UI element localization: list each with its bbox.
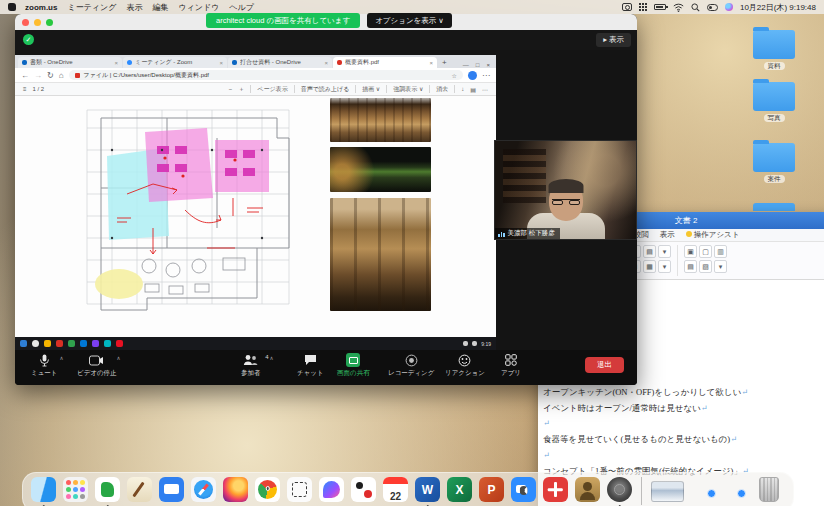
desktop-folder-2[interactable]: 写真 bbox=[753, 82, 795, 122]
chrome-dock-icon[interactable] bbox=[255, 477, 280, 502]
minimized-item-2[interactable] bbox=[737, 489, 746, 498]
messenger-dock-icon[interactable] bbox=[319, 477, 344, 502]
fullscreen-button[interactable] bbox=[46, 19, 53, 26]
save-icon[interactable]: ↓ bbox=[461, 86, 464, 92]
menu-edit[interactable]: 編集 bbox=[152, 2, 168, 13]
speaker-app-dock-icon[interactable] bbox=[607, 477, 632, 502]
notes-pen-dock-icon[interactable] bbox=[127, 477, 152, 502]
taskbar-app-icon[interactable] bbox=[44, 340, 51, 347]
tray-icon[interactable] bbox=[472, 341, 477, 346]
taskbar-app-icon[interactable] bbox=[92, 340, 99, 347]
browser-tab-3[interactable]: 打合せ資料 - OneDrive× bbox=[228, 57, 332, 68]
mute-button[interactable]: ミュート ∧ bbox=[31, 353, 57, 378]
taskbar-app-icon[interactable] bbox=[104, 340, 111, 347]
tab-view[interactable]: 表示 bbox=[660, 230, 675, 240]
stop-video-button[interactable]: ビデオの停止 ∧ bbox=[77, 353, 117, 378]
active-app-name[interactable]: zoom.us bbox=[25, 3, 57, 12]
meeting-security-icon[interactable]: ✓ bbox=[23, 34, 34, 45]
folder-icon[interactable] bbox=[753, 30, 795, 59]
browser-menu-icon[interactable]: ⋯ bbox=[482, 71, 490, 80]
highlight-button[interactable]: 強調表示 ∨ bbox=[393, 85, 423, 94]
minimize-button[interactable] bbox=[34, 19, 41, 26]
search-icon[interactable] bbox=[691, 3, 700, 12]
participant-video-tile[interactable]: 美濃部 松下勝彦 bbox=[494, 140, 637, 240]
record-button[interactable]: レコーディング bbox=[388, 353, 434, 378]
forward-icon[interactable]: → bbox=[34, 71, 42, 80]
capture-dock-icon[interactable] bbox=[287, 477, 312, 502]
leave-meeting-button[interactable]: 退出 bbox=[585, 357, 624, 373]
desktop-folder-4-partial[interactable] bbox=[753, 203, 795, 211]
menu-bar-clock[interactable]: 10月22日(木) 9:19:48 bbox=[740, 2, 816, 13]
screen-sharing-dock-icon[interactable] bbox=[159, 477, 184, 502]
tab-close-icon[interactable]: × bbox=[219, 60, 223, 66]
participants-button[interactable]: 参加者 4 ∧ bbox=[241, 353, 261, 378]
word-dock-icon[interactable]: W bbox=[415, 477, 440, 502]
firefox-dock-icon[interactable] bbox=[223, 477, 248, 502]
tab-close-icon[interactable]: × bbox=[114, 60, 118, 66]
pdf-more-icon[interactable]: ⋯ bbox=[482, 86, 488, 93]
tab-close-icon[interactable]: × bbox=[324, 60, 328, 66]
draw-button[interactable]: 描画 ∨ bbox=[362, 85, 380, 94]
browser-tab-2[interactable]: ミーティング - Zoom× bbox=[123, 57, 227, 68]
tab-tell-me[interactable]: 操作アシスト bbox=[686, 230, 740, 240]
print-icon[interactable]: ▤ bbox=[470, 86, 476, 93]
siri-icon[interactable] bbox=[725, 3, 733, 11]
participants-caret[interactable]: ∧ bbox=[269, 355, 273, 361]
mute-options-caret[interactable]: ∧ bbox=[59, 355, 63, 361]
pdf-page[interactable] bbox=[15, 96, 496, 337]
reload-icon[interactable]: ↻ bbox=[47, 71, 54, 80]
close-button[interactable] bbox=[22, 19, 29, 26]
apple-menu-icon[interactable] bbox=[8, 3, 16, 11]
show-options-button[interactable]: オプションを表示 ∨ bbox=[367, 13, 452, 28]
zoom-out-button[interactable]: − bbox=[229, 86, 233, 92]
page-view-button[interactable]: ページ表示 bbox=[257, 85, 287, 94]
browser-tab-1[interactable]: 書類 - OneDrive× bbox=[18, 57, 122, 68]
taskbar-app-icon[interactable] bbox=[56, 340, 63, 347]
powerpoint-dock-icon[interactable]: P bbox=[479, 477, 504, 502]
desktop-folder-1[interactable]: 資料 bbox=[753, 30, 795, 70]
evernote-dock-icon[interactable] bbox=[95, 477, 120, 502]
chat-button[interactable]: チャット bbox=[297, 353, 324, 378]
taskbar-app-icon[interactable] bbox=[80, 340, 87, 347]
camera-status-icon[interactable] bbox=[622, 3, 632, 11]
taskbar-app-icon[interactable] bbox=[116, 340, 123, 347]
new-tab-button[interactable]: + bbox=[442, 57, 447, 68]
launchpad-dock-icon[interactable] bbox=[63, 477, 88, 502]
zoom-dock-icon[interactable] bbox=[511, 477, 536, 502]
calendar-dock-icon[interactable]: 22 bbox=[383, 477, 408, 502]
battery-icon[interactable] bbox=[654, 4, 666, 10]
grid-status-icon[interactable] bbox=[639, 3, 647, 11]
safari-dock-icon[interactable] bbox=[191, 477, 216, 502]
folder-icon[interactable] bbox=[753, 82, 795, 111]
control-center-icon[interactable] bbox=[707, 4, 718, 11]
view-button[interactable]: ▸ 表示 bbox=[596, 33, 631, 47]
window-controls[interactable]: — □ × bbox=[463, 61, 496, 68]
address-bar[interactable]: ファイル | C:/Users/user/Desktop/概要資料.pdf ☆ bbox=[69, 70, 463, 80]
share-screen-button[interactable]: 画面の共有 bbox=[337, 353, 370, 378]
minimized-window-thumbnail[interactable] bbox=[651, 481, 684, 502]
menu-help[interactable]: ヘルプ bbox=[229, 2, 254, 13]
desktop-folder-3[interactable]: 案件 bbox=[753, 143, 795, 183]
dots-app-dock-icon[interactable] bbox=[351, 477, 376, 502]
profile-avatar[interactable] bbox=[468, 71, 477, 80]
browser-tab-active-pdf[interactable]: 概要資料.pdf× bbox=[333, 57, 437, 68]
trash-dock-icon[interactable] bbox=[759, 477, 779, 502]
minimized-item-1[interactable] bbox=[707, 489, 716, 498]
reactions-button[interactable]: リアクション bbox=[445, 353, 485, 378]
wifi-icon[interactable] bbox=[673, 3, 684, 12]
finder-dock-icon[interactable] bbox=[31, 477, 56, 502]
taskbar-search-icon[interactable] bbox=[32, 340, 39, 347]
zoom-in-button[interactable]: ＋ bbox=[238, 85, 244, 94]
menu-view[interactable]: 表示 bbox=[126, 2, 142, 13]
menu-window[interactable]: ウィンドウ bbox=[178, 2, 219, 13]
folder-icon[interactable] bbox=[753, 143, 795, 172]
pdf-menu-icon[interactable]: ≡ bbox=[23, 86, 27, 92]
excel-dock-icon[interactable]: X bbox=[447, 477, 472, 502]
pinwheel-app-dock-icon[interactable] bbox=[543, 477, 568, 502]
home-icon[interactable]: ⌂ bbox=[59, 71, 64, 80]
tab-close-icon[interactable]: × bbox=[429, 60, 433, 66]
favorite-star-icon[interactable]: ☆ bbox=[452, 72, 457, 79]
read-aloud-button[interactable]: 音声で読み上げる bbox=[301, 85, 350, 94]
back-icon[interactable]: ← bbox=[21, 71, 29, 80]
taskbar-app-icon[interactable] bbox=[68, 340, 75, 347]
